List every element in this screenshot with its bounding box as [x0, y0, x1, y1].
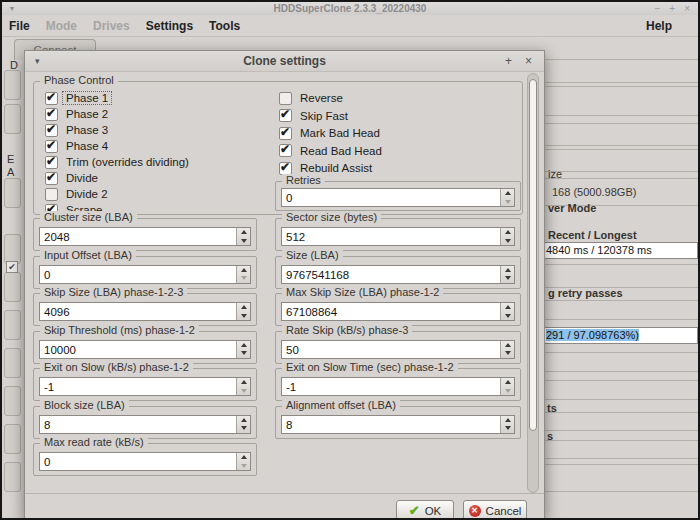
bg-left-button[interactable]	[4, 462, 21, 492]
maximize-icon[interactable]: +	[669, 2, 675, 15]
spinbox-max-skip-size-lba-phase-1-2[interactable]: 67108864	[281, 302, 515, 321]
spinbox-skip-threshold-ms-phase-1-2[interactable]: 10000	[39, 340, 251, 359]
bg-left-button[interactable]	[4, 272, 21, 302]
spin-up-icon[interactable]	[501, 341, 514, 350]
spin-down-icon[interactable]	[237, 237, 250, 246]
spin-down-icon[interactable]	[237, 274, 250, 283]
minimize-icon[interactable]: −	[654, 2, 660, 15]
bg-left-button[interactable]	[4, 386, 21, 416]
checkbox-phase-4[interactable]: ✔	[45, 140, 58, 153]
checkbox-phase-3[interactable]: ✔	[45, 124, 58, 137]
menu-help[interactable]: Help	[646, 19, 682, 33]
spin-up-icon[interactable]	[237, 266, 250, 275]
field-group-max-skip-size-lba-phase-1-2: Max Skip Size (LBA) phase-1-267108864	[275, 293, 521, 326]
checkbox-trim-overrides-dividing[interactable]: ✔	[45, 156, 58, 169]
checkbox-reverse[interactable]	[279, 92, 292, 105]
spin-down-icon[interactable]	[237, 349, 250, 358]
menu-tools[interactable]: Tools	[209, 19, 240, 33]
spin-down-icon[interactable]	[501, 237, 514, 246]
spinbox-value-alignment-offset-lba[interactable]: 8	[282, 416, 500, 433]
app-window: ▾ HDDSuperClone 2.3.3_20220430 − + × Fil…	[0, 0, 700, 520]
bg-left-button[interactable]	[4, 178, 21, 208]
spinbox-value-retries[interactable]: 0	[282, 189, 500, 206]
field-group-max-read-rate-kb-s: Max read rate (kB/s)0	[33, 443, 257, 476]
dialog-maximize-icon[interactable]: +	[505, 54, 512, 68]
checkbox-rebuild-assist[interactable]: ✔	[279, 162, 292, 175]
spinbox-value-cluster-size-lba[interactable]: 2048	[40, 228, 236, 245]
ok-button[interactable]: ✔ OK	[396, 500, 454, 520]
dialog-scrollbar[interactable]	[527, 73, 539, 493]
bg-left-button[interactable]	[4, 348, 21, 378]
spinbox-value-max-read-rate-kb-s[interactable]: 0	[40, 453, 236, 470]
menu-settings[interactable]: Settings	[146, 19, 193, 33]
menu-file[interactable]: File	[9, 19, 30, 33]
spin-down-icon[interactable]	[501, 349, 514, 358]
spin-down-icon[interactable]	[501, 424, 514, 433]
spinbox-value-sector-size-bytes[interactable]: 512	[282, 228, 500, 245]
spinbox-input-offset-lba[interactable]: 0	[39, 265, 251, 284]
checkbox-skip-fast[interactable]: ✔	[279, 109, 292, 122]
spin-up-icon[interactable]	[237, 453, 250, 462]
spin-up-icon[interactable]	[237, 416, 250, 425]
spinbox-value-rate-skip-kb-s-phase-3[interactable]: 50	[282, 341, 500, 358]
bg-left-button[interactable]	[4, 234, 21, 264]
spin-up-icon[interactable]	[501, 378, 514, 387]
cancel-button[interactable]: ✕ Cancel	[463, 500, 527, 520]
spin-down-icon[interactable]	[501, 198, 514, 207]
bg-checkbox[interactable]: ✔	[6, 261, 18, 273]
spin-down-icon[interactable]	[501, 387, 514, 396]
spin-up-icon[interactable]	[237, 228, 250, 237]
dialog-titlebar[interactable]: ▾ Clone settings + ×	[25, 51, 544, 72]
bg-progress-field[interactable]: 291 / 97.098763%)	[543, 327, 698, 344]
spinbox-max-read-rate-kb-s[interactable]: 0	[39, 452, 251, 471]
bg-recent-value-field[interactable]: 4840 ms / 120378 ms	[543, 242, 698, 259]
checkbox-phase-1[interactable]: ✔	[45, 92, 58, 105]
spinbox-value-skip-size-lba-phase-1-2-3[interactable]: 4096	[40, 303, 236, 320]
checkbox-phase-2[interactable]: ✔	[45, 108, 58, 121]
spin-down-icon[interactable]	[501, 312, 514, 321]
spin-up-icon[interactable]	[501, 416, 514, 425]
spinbox-skip-size-lba-phase-1-2-3[interactable]: 4096	[39, 302, 251, 321]
field-group-sector-size-bytes: Sector size (bytes)512	[275, 218, 521, 251]
bg-left-button[interactable]	[4, 310, 21, 340]
spin-up-icon[interactable]	[237, 303, 250, 312]
bg-left-button[interactable]	[4, 424, 21, 454]
spin-down-icon[interactable]	[501, 274, 514, 283]
spin-up-icon[interactable]	[237, 378, 250, 387]
spinbox-value-input-offset-lba[interactable]: 0	[40, 266, 236, 283]
spinbox-exit-on-slow-time-sec-phase-1-2[interactable]: -1	[281, 377, 515, 396]
spin-down-icon[interactable]	[237, 462, 250, 471]
scrollbar-thumb[interactable]	[529, 79, 537, 431]
checkbox-divide-2[interactable]	[45, 188, 58, 201]
spin-up-icon[interactable]	[237, 341, 250, 350]
spinbox-value-exit-on-slow-time-sec-phase-1-2[interactable]: -1	[282, 378, 500, 395]
spin-up-icon[interactable]	[501, 228, 514, 237]
spinbox-exit-on-slow-kb-s-phase-1-2[interactable]: -1	[39, 377, 251, 396]
spinbox-value-skip-threshold-ms-phase-1-2[interactable]: 10000	[40, 341, 236, 358]
spinbox-value-max-skip-size-lba-phase-1-2[interactable]: 67108864	[282, 303, 500, 320]
spinbox-retries[interactable]: 0	[281, 188, 515, 207]
spinbox-cluster-size-lba[interactable]: 2048	[39, 227, 251, 246]
spin-up-icon[interactable]	[501, 189, 514, 198]
spinbox-rate-skip-kb-s-phase-3[interactable]: 50	[281, 340, 515, 359]
spinbox-sector-size-bytes[interactable]: 512	[281, 227, 515, 246]
spinbox-block-size-lba[interactable]: 8	[39, 415, 251, 434]
spinbox-size-lba[interactable]: 9767541168	[281, 265, 515, 284]
checkbox-mark-bad-head[interactable]: ✔	[279, 127, 292, 140]
spin-down-icon[interactable]	[237, 424, 250, 433]
spinbox-value-exit-on-slow-kb-s-phase-1-2[interactable]: -1	[40, 378, 236, 395]
close-icon[interactable]: ×	[684, 2, 690, 15]
dialog-close-icon[interactable]: ×	[525, 54, 532, 68]
spin-up-icon[interactable]	[501, 303, 514, 312]
bg-left-button[interactable]	[4, 70, 21, 100]
checkbox-label-phase-4: Phase 4	[63, 140, 111, 152]
spinbox-value-size-lba[interactable]: 9767541168	[282, 266, 500, 283]
spin-up-icon[interactable]	[501, 266, 514, 275]
checkbox-divide[interactable]: ✔	[45, 172, 58, 185]
spinbox-value-block-size-lba[interactable]: 8	[40, 416, 236, 433]
bg-left-button[interactable]	[4, 104, 21, 134]
spinbox-alignment-offset-lba[interactable]: 8	[281, 415, 515, 434]
spin-down-icon[interactable]	[237, 387, 250, 396]
spin-down-icon[interactable]	[237, 312, 250, 321]
checkbox-read-bad-head[interactable]: ✔	[279, 144, 292, 157]
